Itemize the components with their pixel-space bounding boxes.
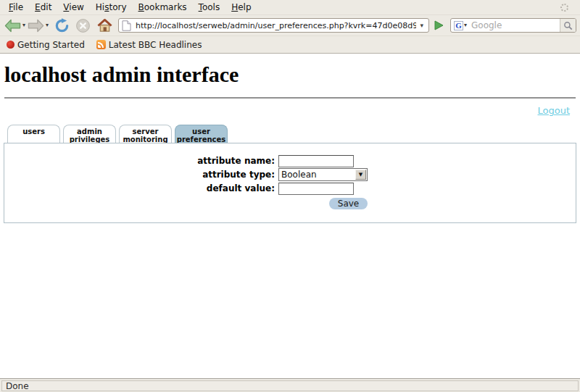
back-arrow-icon [4,18,22,33]
tab-admin-privileges[interactable]: admin privileges [63,125,116,143]
default-value-input[interactable] [278,183,354,195]
stop-button[interactable] [75,18,91,33]
bookmarks-toolbar: Getting Started Latest BBC Headlines [0,36,580,54]
forward-arrow-icon [27,18,45,33]
tab-users[interactable]: users [7,125,60,143]
page-icon [122,20,131,31]
menu-file[interactable]: File [3,1,29,14]
search-input[interactable] [470,20,560,31]
page-content: localhost admin interface Logout users a… [0,54,580,378]
menu-edit[interactable]: Edit [29,1,57,14]
browser-window: File Edit View History Bookmarks Tools H… [0,0,580,392]
rss-icon [96,40,106,49]
search-submit[interactable] [560,19,576,32]
tab-bar: users admin privileges server monitoring… [7,125,228,143]
back-button[interactable]: ▾ [4,18,25,33]
attribute-type-select[interactable]: Boolean ▼ [278,168,368,181]
home-button[interactable] [96,18,113,33]
forward-button[interactable]: ▾ [27,18,49,33]
status-bar: Done [0,378,580,392]
stop-icon [75,18,91,33]
attribute-type-label: attribute type: [4,170,278,180]
menu-bookmarks[interactable]: Bookmarks [133,1,193,14]
attribute-form: attribute name: attribute type: Boolean … [4,154,576,209]
forward-dropdown-icon[interactable]: ▾ [46,22,49,28]
save-button[interactable]: Save [329,198,368,209]
attribute-name-input[interactable] [278,155,354,167]
attribute-name-label: attribute name: [4,156,278,166]
google-icon: G [454,21,463,30]
horizontal-rule [4,97,576,99]
menu-view[interactable]: View [57,1,89,14]
preferences-panel: attribute name: attribute type: Boolean … [4,143,576,223]
go-button[interactable] [433,20,444,31]
url-bar[interactable]: ▾ [118,18,429,33]
url-input[interactable] [134,20,418,31]
bookmark-bbc-headlines[interactable]: Latest BBC Headlines [96,40,202,50]
menu-help[interactable]: Help [225,1,257,14]
logout-link[interactable]: Logout [537,105,570,116]
bookmark-label: Getting Started [17,40,85,50]
tab-user-preferences[interactable]: user preferences [175,125,228,143]
url-dropdown-icon[interactable]: ▾ [418,22,426,29]
bookmark-getting-started[interactable]: Getting Started [7,40,85,50]
search-bar[interactable]: G ▾ [450,18,576,33]
getting-started-icon [7,41,14,49]
status-text: Done [1,380,579,391]
magnifier-icon [563,21,573,30]
back-dropdown-icon[interactable]: ▾ [22,22,25,28]
throbber-icon [560,4,568,12]
menu-bar: File Edit View History Bookmarks Tools H… [0,0,580,15]
reload-icon [54,18,70,33]
bookmark-label: Latest BBC Headlines [109,40,202,50]
menu-history[interactable]: History [90,1,133,14]
tab-server-monitoring[interactable]: server monitoring [119,125,172,143]
reload-button[interactable] [54,18,70,33]
selected-option: Boolean [279,169,355,180]
go-icon [433,20,444,31]
default-value-label: default value: [4,183,278,193]
menu-tools[interactable]: Tools [193,1,226,14]
page-title: localhost admin interface [4,62,239,87]
home-icon [96,18,113,33]
select-dropdown-icon[interactable]: ▼ [355,170,366,180]
search-engine-dropdown-icon[interactable]: ▾ [464,22,467,28]
navigation-toolbar: ▾ ▾ ▾ G ▾ [0,15,580,36]
